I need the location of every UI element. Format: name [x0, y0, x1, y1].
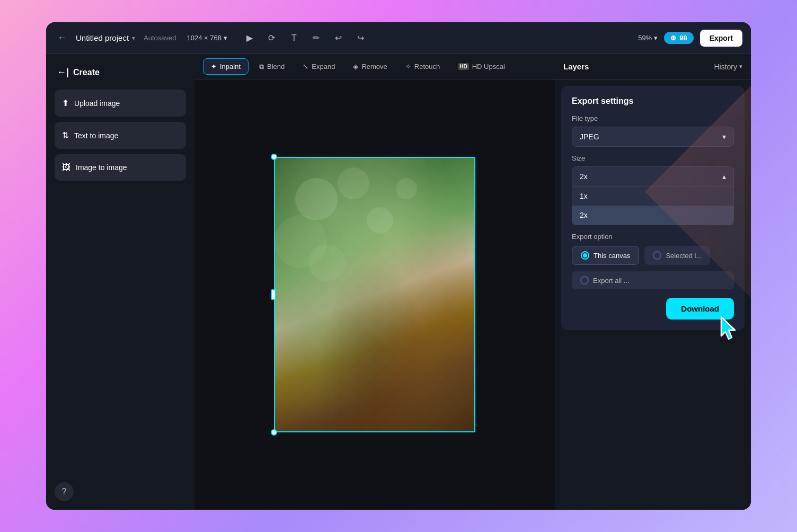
history-label: History — [714, 63, 737, 71]
image-to-image-label: Image to image — [76, 163, 127, 172]
expand-icon: ⤡ — [303, 63, 308, 70]
upscal-button[interactable]: HD HD Upscal — [450, 59, 512, 74]
header-tools: ▶ ⟳ T ✏ ↩ ↪ — [242, 31, 368, 46]
back-button[interactable]: ← — [55, 31, 69, 46]
project-title[interactable]: Untitled project ▾ — [76, 33, 135, 42]
pen-tool[interactable]: ✏ — [309, 31, 324, 46]
export-option-row: This canvas Selected l... — [572, 246, 734, 265]
text-to-image-label: Text to image — [74, 131, 118, 140]
body: ←| Create ⬆ Upload image ⇅ Text to image… — [46, 54, 751, 510]
zoom-chevron-icon: ▾ — [654, 34, 658, 42]
sidebar: ←| Create ⬆ Upload image ⇅ Text to image… — [46, 54, 194, 510]
retouch-icon: ✧ — [405, 63, 411, 70]
history-chevron-icon: ▾ — [739, 63, 742, 70]
create-label: Create — [73, 68, 100, 77]
size-option-1x[interactable]: 1x — [572, 187, 733, 206]
canvas-area: ✦ Inpaint ⧉ Blend ⤡ Expand ◈ Remove ✧ — [194, 54, 555, 510]
size-select[interactable]: 2x ▴ — [572, 166, 734, 187]
layers-tab[interactable]: Layers — [563, 62, 714, 71]
canvas-handle-bottomleft[interactable] — [271, 429, 277, 436]
retouch-label: Retouch — [414, 63, 440, 70]
export-button[interactable]: Export — [700, 30, 742, 47]
export-all-radio — [580, 276, 589, 285]
size-option-2x[interactable]: 2x — [572, 206, 733, 225]
remove-button[interactable]: ◈ Remove — [346, 59, 394, 74]
size-dropdown: 1x 2x — [572, 187, 734, 225]
download-row: Download — [572, 298, 734, 320]
text-tool[interactable]: T — [287, 31, 302, 46]
upload-image-label: Upload image — [74, 99, 120, 108]
file-type-label: File type — [572, 114, 734, 122]
help-button[interactable]: ? — [55, 482, 74, 501]
size-chevron-icon: ▴ — [722, 172, 726, 181]
text-to-image-icon: ⇅ — [62, 130, 69, 140]
selected-button[interactable]: Selected l... — [644, 246, 710, 265]
sidebar-create-header: ←| Create — [55, 63, 186, 84]
cursor-icon — [717, 316, 743, 345]
retouch-button[interactable]: ✧ Retouch — [398, 59, 447, 74]
upscal-icon: HD — [458, 63, 468, 70]
selected-radio — [653, 251, 661, 260]
dimensions-value: 1024 × 768 — [187, 34, 222, 42]
project-chevron-icon: ▾ — [132, 34, 135, 42]
canvas-handle-midleft[interactable] — [271, 289, 276, 300]
history-tab[interactable]: History ▾ — [714, 63, 742, 71]
remove-label: Remove — [361, 63, 387, 70]
create-back-icon: ←| — [57, 67, 69, 78]
app-window: ← Untitled project ▾ Autosaved 1024 × 76… — [46, 22, 751, 510]
file-type-value: JPEG — [580, 132, 599, 141]
redo-tool[interactable]: ↪ — [353, 31, 368, 46]
export-all-label: Export all ... — [593, 277, 630, 285]
dimensions-selector[interactable]: 1024 × 768 ▾ — [187, 34, 227, 42]
file-type-chevron-icon: ▾ — [722, 132, 726, 141]
undo-tool[interactable]: ↩ — [331, 31, 346, 46]
svg-marker-6 — [721, 317, 735, 339]
canvas-image-container[interactable] — [274, 157, 475, 432]
canvas-handle-topleft[interactable] — [271, 154, 277, 160]
export-settings-title: Export settings — [572, 96, 734, 106]
rotate-tool[interactable]: ⟳ — [264, 31, 279, 46]
project-title-text: Untitled project — [76, 33, 129, 42]
upload-image-button[interactable]: ⬆ Upload image — [55, 90, 186, 117]
header: ← Untitled project ▾ Autosaved 1024 × 76… — [46, 22, 751, 54]
blend-label: Blend — [267, 63, 285, 70]
expand-button[interactable]: ⤡ Expand — [295, 59, 342, 74]
export-settings-panel: Export settings File type JPEG ▾ Size 2x… — [561, 86, 745, 330]
canvas-main[interactable] — [194, 79, 555, 510]
right-panel-header: Layers History ▾ — [555, 54, 751, 79]
image-to-image-icon: 🖼 — [62, 163, 70, 172]
right-panel: Layers History ▾ Export settings File ty… — [555, 54, 751, 510]
upscal-label: HD Upscal — [472, 63, 505, 70]
size-label: Size — [572, 154, 734, 162]
help-icon: ? — [62, 487, 67, 496]
zoom-value: 59% — [638, 34, 652, 42]
this-canvas-label: This canvas — [594, 252, 630, 260]
dimensions-chevron-icon: ▾ — [224, 34, 227, 42]
inpaint-label: Inpaint — [220, 63, 241, 70]
canvas-selection-border — [274, 157, 475, 432]
inpaint-icon: ✦ — [211, 63, 217, 70]
credits-icon: ⊕ — [670, 34, 676, 42]
select-tool[interactable]: ▶ — [242, 31, 257, 46]
inpaint-button[interactable]: ✦ Inpaint — [203, 58, 249, 75]
expand-label: Expand — [312, 63, 335, 70]
selected-label: Selected l... — [666, 252, 702, 260]
this-canvas-radio — [581, 251, 589, 260]
this-canvas-button[interactable]: This canvas — [572, 246, 639, 265]
credits-value: 98 — [679, 34, 687, 42]
toolbar: ✦ Inpaint ⧉ Blend ⤡ Expand ◈ Remove ✧ — [194, 54, 555, 79]
size-value: 2x — [580, 172, 588, 181]
upload-image-icon: ⬆ — [62, 98, 69, 108]
file-type-select[interactable]: JPEG ▾ — [572, 127, 734, 147]
text-to-image-button[interactable]: ⇅ Text to image — [55, 122, 186, 149]
image-to-image-button[interactable]: 🖼 Image to image — [55, 154, 186, 181]
credits-badge[interactable]: ⊕ 98 — [664, 32, 693, 44]
remove-icon: ◈ — [353, 63, 358, 70]
export-option-label: Export option — [572, 233, 734, 241]
export-all-button[interactable]: Export all ... — [572, 271, 734, 289]
blend-icon: ⧉ — [259, 63, 264, 71]
autosaved-label: Autosaved — [144, 34, 176, 42]
zoom-control[interactable]: 59% ▾ — [638, 34, 658, 42]
blend-button[interactable]: ⧉ Blend — [252, 59, 292, 75]
